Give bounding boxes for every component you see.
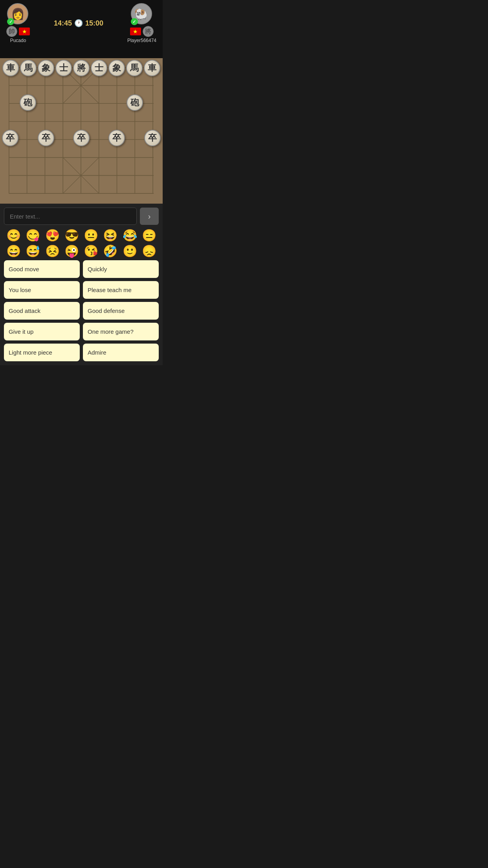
clock-icon: 🕐 (74, 19, 83, 28)
emoji-grinning[interactable]: 😆 (102, 229, 118, 242)
emoji-rofl[interactable]: 🤣 (102, 245, 118, 258)
timer-display: 14:45 🕐 15:00 (54, 19, 103, 28)
piece-xiang-6[interactable]: 象 (108, 60, 125, 76)
emoji-sweat[interactable]: 😅 (25, 245, 41, 258)
empty-cell (126, 130, 143, 146)
emoji-slight-smile[interactable]: 🙂 (122, 245, 138, 258)
player2-info: 🐏 ✓ ★ 將 Player566474 (127, 3, 156, 43)
piece-zu-0[interactable]: 卒 (2, 130, 18, 146)
player2-name: Player566474 (127, 38, 156, 43)
emoji-kiss[interactable]: 😘 (83, 245, 99, 258)
text-input-row: › (4, 208, 159, 225)
emoji-heart-eyes[interactable]: 😍 (44, 229, 61, 242)
send-button[interactable]: › (140, 208, 159, 225)
empty-cell (37, 94, 54, 111)
emoji-happy[interactable]: 😊 (6, 229, 22, 242)
emoji-sad[interactable]: 😞 (141, 245, 157, 258)
phrase-give-it-up[interactable]: Give it up (4, 323, 80, 340)
pieces-row-3: 卒 卒 卒 卒 卒 (2, 130, 161, 146)
empty-cell (108, 94, 126, 111)
player2-online-badge: ✓ (131, 18, 138, 25)
empty-cell (55, 130, 72, 146)
pieces-row-0: 車 馬 象 士 將 士 象 馬 車 (2, 60, 161, 76)
emoji-expressionless[interactable]: 😑 (141, 229, 157, 242)
emoji-wink-tongue[interactable]: 😜 (64, 245, 80, 258)
phrase-quickly[interactable]: Quickly (83, 260, 159, 278)
pieces-row-2: 砲 砲 (2, 94, 161, 111)
emoji-tired[interactable]: 😣 (44, 245, 61, 258)
chat-input[interactable] (4, 208, 137, 225)
timer1-value: 14:45 (54, 19, 72, 28)
player2-piece-badge: 將 (143, 26, 154, 37)
piece-ma-1[interactable]: 馬 (20, 60, 37, 76)
piece-xiang-2[interactable]: 象 (38, 60, 54, 76)
piece-jiang-4[interactable]: 將 (73, 60, 90, 76)
empty-cell (90, 130, 108, 146)
player1-badges: 帥 ★ (6, 26, 30, 37)
piece-zu-8[interactable]: 卒 (144, 130, 161, 146)
phrase-you-lose[interactable]: You lose (4, 281, 80, 299)
emoji-row-2: 😄 😅 😣 😜 😘 🤣 🙂 😞 (4, 245, 159, 258)
empty-cell (73, 94, 90, 111)
piece-shi-3[interactable]: 士 (55, 60, 72, 76)
emoji-grin[interactable]: 😄 (6, 245, 22, 258)
piece-che-0[interactable]: 車 (2, 60, 19, 76)
phrase-please-teach-me[interactable]: Please teach me (83, 281, 159, 299)
piece-zu-2[interactable]: 卒 (38, 130, 54, 146)
phrase-light-more-piece[interactable]: Light more piece (4, 344, 80, 361)
phrase-good-defense[interactable]: Good defense (83, 302, 159, 320)
emoji-neutral[interactable]: 😐 (83, 229, 99, 242)
piece-zu-6[interactable]: 卒 (108, 130, 125, 146)
phrase-good-move[interactable]: Good move (4, 260, 80, 278)
phrases-grid: Good move Quickly You lose Please teach … (4, 260, 159, 361)
timer-section: 14:45 🕐 15:00 (54, 19, 103, 28)
timer2-value: 15:00 (85, 19, 103, 28)
player1-piece-badge: 帥 (6, 26, 17, 37)
game-header: 👩 ✓ 帥 ★ Pucado 14:45 🕐 15:00 🐏 ✓ ★ 將 (0, 0, 163, 46)
emoji-laughing-cry[interactable]: 😂 (122, 229, 138, 242)
emoji-yummy[interactable]: 😋 (25, 229, 41, 242)
piece-che-8[interactable]: 車 (144, 60, 160, 76)
player1-online-badge: ✓ (7, 18, 14, 25)
player2-flag: ★ (130, 28, 141, 35)
phrase-admire[interactable]: Admire (83, 344, 159, 361)
top-spacer (0, 46, 163, 58)
empty-cell (19, 130, 37, 146)
empty-cell (55, 94, 72, 111)
player1-avatar-container: 👩 ✓ (7, 3, 29, 25)
empty-cell (143, 94, 161, 111)
piece-zu-4[interactable]: 卒 (73, 130, 90, 146)
phrase-good-attack[interactable]: Good attack (4, 302, 80, 320)
piece-shi-5[interactable]: 士 (91, 60, 107, 76)
chess-board[interactable]: 車 馬 象 士 將 士 象 馬 車 砲 砲 卒 卒 卒 卒 卒 (0, 58, 163, 204)
empty-cell (2, 94, 19, 111)
player2-badges: ★ 將 (130, 26, 154, 37)
empty-cell (91, 94, 108, 111)
piece-ma-7[interactable]: 馬 (126, 60, 143, 76)
emoji-sunglasses[interactable]: 😎 (64, 229, 80, 242)
player2-avatar-container: 🐏 ✓ (131, 3, 153, 25)
player1-name: Pucado (10, 38, 26, 43)
player1-info: 👩 ✓ 帥 ★ Pucado (6, 3, 30, 43)
piece-pao-right[interactable]: 砲 (127, 94, 143, 111)
piece-pao-left[interactable]: 砲 (20, 94, 36, 111)
player1-flag: ★ (19, 28, 30, 35)
phrase-one-more-game[interactable]: One more game? (83, 323, 159, 340)
emoji-row-1: 😊 😋 😍 😎 😐 😆 😂 😑 (4, 229, 159, 242)
chat-area: › 😊 😋 😍 😎 😐 😆 😂 😑 😄 😅 😣 😜 😘 🤣 🙂 😞 Good m… (0, 204, 163, 365)
